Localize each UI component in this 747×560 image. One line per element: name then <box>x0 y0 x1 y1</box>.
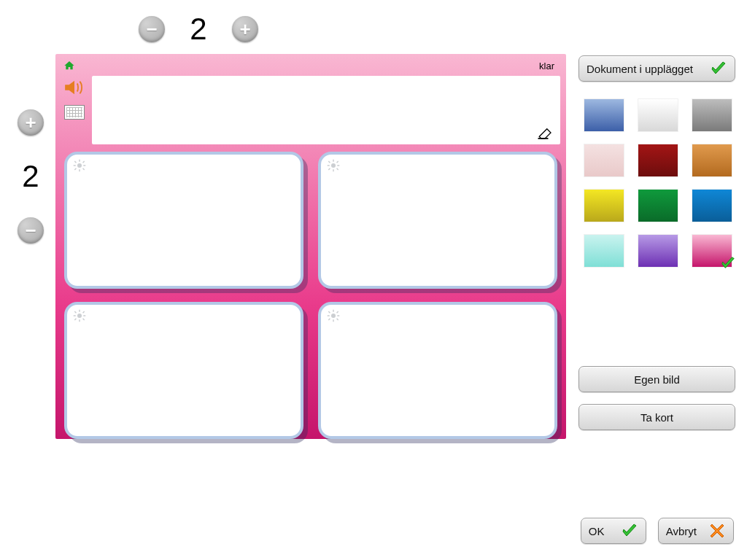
speaker-icon[interactable] <box>63 79 85 96</box>
cross-icon <box>708 522 726 540</box>
color-swatch[interactable] <box>584 99 624 131</box>
eraser-icon[interactable] <box>535 124 556 141</box>
svg-rect-11 <box>333 169 334 171</box>
svg-rect-10 <box>333 160 334 162</box>
color-swatch[interactable] <box>584 190 624 222</box>
gear-icon[interactable] <box>73 159 86 172</box>
document-in-layout-button[interactable]: Dokument i upplägget <box>578 55 735 82</box>
footer-buttons: OK Avbryt <box>581 518 734 544</box>
rows-plus-button[interactable]: + <box>18 109 44 136</box>
svg-point-9 <box>331 163 336 168</box>
columns-plus-button[interactable]: + <box>232 16 258 42</box>
cancel-button[interactable]: Avbryt <box>658 518 734 544</box>
card-cell[interactable] <box>64 152 303 289</box>
svg-rect-6 <box>82 168 85 170</box>
svg-rect-31 <box>337 315 339 316</box>
svg-rect-33 <box>336 318 338 320</box>
document-in-layout-label: Dokument i upplägget <box>587 63 693 75</box>
svg-rect-16 <box>328 168 330 170</box>
svg-rect-12 <box>328 165 330 166</box>
svg-rect-29 <box>333 319 334 322</box>
gear-icon[interactable] <box>327 159 340 172</box>
svg-rect-4 <box>83 165 85 166</box>
color-swatch[interactable] <box>692 144 732 176</box>
svg-rect-2 <box>79 169 80 171</box>
svg-rect-30 <box>328 315 330 316</box>
svg-point-27 <box>331 314 336 318</box>
svg-rect-21 <box>74 315 76 316</box>
svg-rect-17 <box>336 161 338 163</box>
take-photo-button[interactable]: Ta kort <box>578 404 735 430</box>
board-canvas: klar <box>55 54 566 439</box>
canvas-body <box>61 76 560 144</box>
card-grid <box>61 152 560 439</box>
checkmark-icon <box>621 522 638 540</box>
take-photo-label: Ta kort <box>640 411 673 424</box>
color-swatch[interactable] <box>692 99 732 131</box>
canvas-tool-column <box>61 76 88 144</box>
ready-label: klar <box>539 61 554 71</box>
svg-rect-35 <box>336 311 338 314</box>
svg-rect-5 <box>74 161 77 163</box>
header-text-area[interactable] <box>92 76 560 144</box>
svg-rect-24 <box>82 318 85 320</box>
svg-rect-22 <box>83 315 85 316</box>
svg-point-0 <box>77 163 82 168</box>
checkmark-icon <box>720 255 736 271</box>
own-image-label: Egen bild <box>634 373 680 386</box>
color-swatch[interactable] <box>584 144 624 176</box>
color-swatch[interactable] <box>638 144 678 176</box>
rows-minus-button[interactable]: − <box>18 217 44 244</box>
svg-rect-3 <box>74 165 76 166</box>
svg-rect-8 <box>82 161 85 163</box>
svg-point-18 <box>77 314 82 318</box>
own-image-button[interactable]: Egen bild <box>578 366 735 392</box>
minus-icon: − <box>25 221 36 240</box>
checkmark-icon <box>710 60 727 77</box>
column-count-controls: − 2 + <box>139 12 258 47</box>
color-swatch[interactable] <box>692 235 732 267</box>
right-panel: Dokument i upplägget Egen bild Ta kort <box>578 55 735 430</box>
svg-rect-23 <box>74 311 77 314</box>
columns-minus-button[interactable]: − <box>139 16 165 42</box>
plus-icon: + <box>25 113 36 132</box>
ok-button[interactable]: OK <box>581 518 646 544</box>
svg-rect-7 <box>74 168 77 170</box>
svg-rect-15 <box>336 168 338 170</box>
svg-rect-14 <box>328 161 330 163</box>
svg-rect-26 <box>82 311 85 314</box>
card-cell[interactable] <box>318 152 557 289</box>
svg-rect-25 <box>74 318 77 320</box>
svg-rect-34 <box>328 318 330 320</box>
cancel-label: Avbryt <box>666 525 697 537</box>
minus-icon: − <box>146 20 157 39</box>
card-cell[interactable] <box>64 302 303 439</box>
color-swatch[interactable] <box>638 235 678 267</box>
color-swatch-grid <box>578 99 735 267</box>
svg-rect-13 <box>337 165 339 166</box>
svg-rect-32 <box>328 311 330 314</box>
row-count-controls: + 2 − <box>18 109 44 244</box>
color-swatch[interactable] <box>638 99 678 131</box>
color-swatch[interactable] <box>584 235 624 267</box>
columns-count-label: 2 <box>190 12 207 47</box>
color-swatch[interactable] <box>638 190 678 222</box>
rows-count-label: 2 <box>22 159 39 194</box>
ok-label: OK <box>589 525 605 537</box>
svg-rect-20 <box>79 319 80 322</box>
svg-rect-19 <box>79 310 80 312</box>
gear-icon[interactable] <box>327 309 340 322</box>
svg-rect-28 <box>333 310 334 312</box>
canvas-header: klar <box>61 58 560 73</box>
keyboard-icon[interactable] <box>63 104 85 121</box>
home-icon[interactable] <box>63 60 76 71</box>
svg-rect-1 <box>79 160 80 162</box>
card-cell[interactable] <box>318 302 557 439</box>
plus-icon: + <box>239 20 250 39</box>
gear-icon[interactable] <box>73 309 86 322</box>
color-swatch[interactable] <box>692 190 732 222</box>
